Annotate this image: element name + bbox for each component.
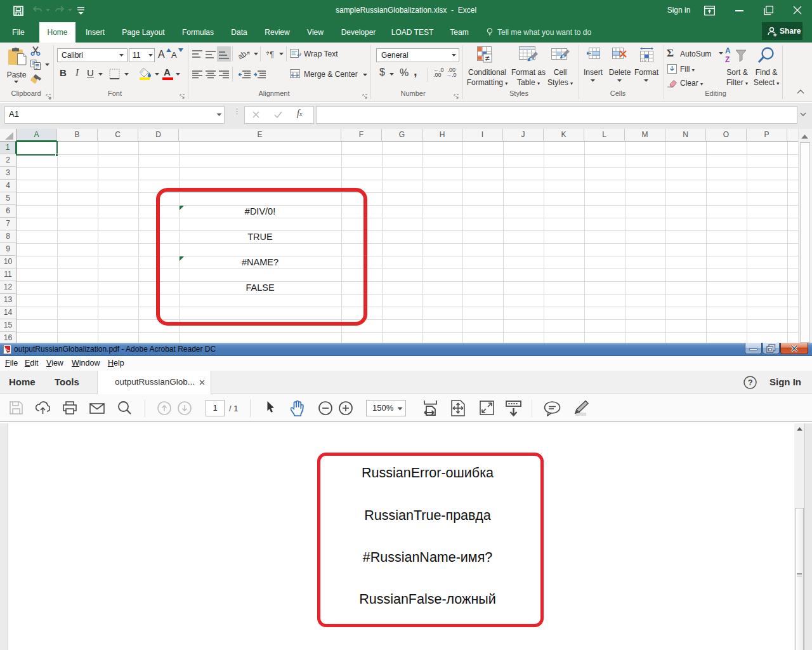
svg-text:¶: ¶ xyxy=(270,50,274,58)
svg-text:Z: Z xyxy=(725,55,730,64)
svg-text:≠: ≠ xyxy=(485,53,490,63)
svg-text:?: ? xyxy=(748,378,753,387)
svg-text:A: A xyxy=(725,46,731,55)
